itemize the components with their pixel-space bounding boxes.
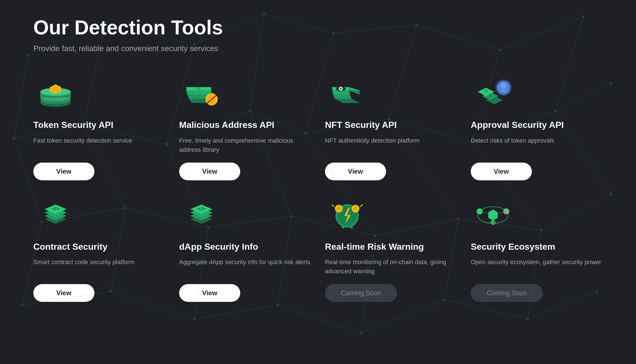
- tool-icon-contract-security: </>: [33, 197, 78, 233]
- tool-card-nft-security: NFT Security API NFT authenticity detect…: [325, 75, 457, 180]
- tool-icon-malicious-address: ↺: [179, 75, 224, 111]
- svg-line-82: [361, 300, 444, 333]
- tool-name-malicious-address: Malicious Address API: [179, 120, 311, 130]
- svg-marker-150: [488, 209, 498, 221]
- svg-point-25: [21, 304, 23, 306]
- page-wrapper: Our Detection Tools Provide fast, reliab…: [0, 0, 636, 364]
- svg-line-148: [332, 205, 334, 207]
- svg-line-155: [483, 212, 488, 214]
- tool-icon-security-ecosystem: [471, 197, 515, 233]
- tool-name-token-security: Token Security API: [33, 120, 165, 130]
- tool-desc-dapp-security: Aggregate dApp security info for quick r…: [179, 257, 311, 276]
- svg-marker-113: [349, 87, 360, 90]
- svg-line-83: [444, 300, 528, 319]
- tool-card-token-security: Token Security API Fast token security d…: [33, 75, 165, 180]
- svg-rect-142: [337, 211, 340, 212]
- tool-name-nft-security: NFT Security API: [325, 120, 457, 130]
- svg-marker-103: [333, 95, 351, 99]
- tool-name-dapp-security: dApp Security Info: [179, 241, 311, 252]
- svg-point-28: [277, 304, 279, 306]
- svg-text:</>: </>: [198, 206, 205, 212]
- svg-rect-138: [342, 226, 344, 228]
- svg-point-3: [263, 13, 265, 15]
- svg-point-9: [13, 138, 15, 140]
- svg-text:⟨/⟩: ⟨/⟩: [484, 89, 488, 93]
- svg-point-27: [193, 318, 196, 320]
- tool-card-approval-security: ⟨/⟩ ⟨/⟩ ⟨/⟩ Approval Secur: [471, 75, 603, 180]
- tool-desc-realtime-risk: Real-time monitoring of on-chain data, g…: [325, 257, 457, 276]
- tool-desc-security-ecosystem: Open security ecosystem, gather security…: [471, 257, 603, 276]
- tool-card-security-ecosystem: Security Ecosystem Open security ecosyst…: [471, 197, 603, 302]
- svg-marker-102: [335, 99, 360, 103]
- tool-desc-token-security: Fast token security detection service: [33, 136, 165, 154]
- tool-icon-token-security: [33, 75, 78, 111]
- tool-icon-realtime-risk: [325, 197, 369, 233]
- svg-rect-147: [355, 205, 356, 207]
- svg-line-81: [278, 305, 361, 333]
- svg-line-149: [360, 205, 362, 207]
- svg-text:⟨/⟩: ⟨/⟩: [502, 84, 505, 87]
- svg-line-156: [498, 212, 503, 214]
- svg-text:</>: </>: [52, 206, 59, 212]
- tool-card-realtime-risk: Real-time Risk Warning Real-time monitor…: [325, 197, 457, 302]
- tool-icon-dapp-security: </>: [179, 197, 224, 233]
- svg-point-8: [610, 82, 612, 84]
- tool-card-contract-security: </> Contract Security Smart contract cod…: [33, 197, 165, 302]
- page-subtitle: Provide fast, reliable and convenient se…: [33, 44, 603, 53]
- svg-rect-146: [338, 205, 339, 207]
- svg-point-153: [503, 208, 509, 214]
- tool-desc-contract-security: Smart contract code security platform: [33, 257, 165, 276]
- tool-name-contract-security: Contract Security: [33, 241, 165, 252]
- coming-soon-button-realtime-risk: Coming Soon: [325, 284, 397, 302]
- tool-desc-nft-security: NFT authenticity detection platform: [325, 136, 457, 154]
- svg-line-40: [14, 55, 28, 139]
- svg-rect-145: [354, 211, 357, 212]
- svg-line-80: [194, 305, 278, 319]
- view-button-approval-security[interactable]: View: [471, 163, 532, 180]
- svg-point-24: [610, 193, 612, 195]
- tool-name-approval-security: Approval Security API: [471, 120, 603, 130]
- view-button-token-security[interactable]: View: [33, 163, 94, 180]
- view-button-dapp-security[interactable]: View: [179, 284, 240, 302]
- svg-text:↺: ↺: [197, 85, 201, 91]
- tool-icon-approval-security: ⟨/⟩ ⟨/⟩ ⟨/⟩: [471, 75, 515, 111]
- coming-soon-button-security-ecosystem: Coming Soon: [471, 284, 543, 302]
- svg-point-152: [477, 208, 483, 214]
- svg-point-0: [27, 54, 29, 57]
- tool-desc-approval-security: Detect risks of token approvals: [471, 136, 603, 154]
- tool-name-realtime-risk: Real-time Risk Warning: [325, 241, 457, 252]
- tool-desc-malicious-address: Free, timely and comprehensive malicious…: [179, 136, 311, 154]
- tools-grid: Token Security API Fast token security d…: [33, 75, 603, 302]
- svg-point-29: [360, 332, 362, 334]
- svg-rect-139: [350, 226, 353, 228]
- view-button-malicious-address[interactable]: View: [179, 163, 240, 180]
- tool-icon-nft-security: [325, 75, 369, 111]
- page-title: Our Detection Tools: [33, 17, 603, 39]
- view-button-contract-security[interactable]: View: [33, 284, 94, 302]
- svg-marker-94: [186, 90, 212, 95]
- tool-card-malicious-address: ↺ Malicious Address API Free, timely and…: [179, 75, 311, 180]
- view-button-nft-security[interactable]: View: [325, 163, 386, 180]
- svg-point-111: [340, 88, 341, 89]
- svg-point-31: [527, 318, 529, 320]
- tool-card-dapp-security: </> dApp Security Info Aggregate dApp se…: [179, 197, 311, 302]
- tool-name-security-ecosystem: Security Ecosystem: [471, 241, 603, 252]
